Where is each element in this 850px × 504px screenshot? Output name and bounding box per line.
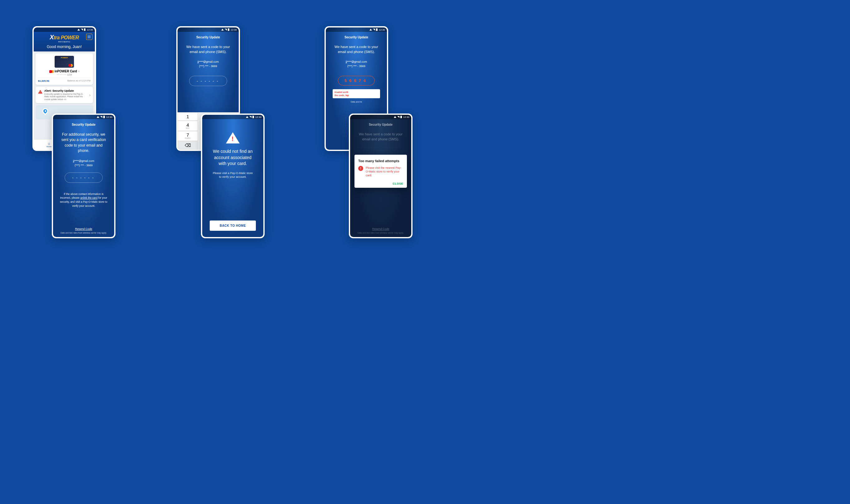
warning-icon [38,90,42,93]
masked-email: jj****@gmail.com [59,159,109,162]
error-sub: Please visit a Pay-O-Matic store to veri… [208,171,258,179]
code-message: We have sent a code to your email and ph… [356,132,406,142]
modal-title: Too many failed attempts [358,159,403,163]
code-input-error[interactable]: 56874 [338,76,375,86]
alert-body: A security update is required for the Pa… [44,93,87,101]
verify-message: For additional security, we sent you a c… [59,132,109,154]
masked-phone: (***) *** - 3669 [183,65,233,68]
key-1[interactable]: 1 [178,112,198,121]
balance-asof: Balance as of 12:24 PM [67,79,90,82]
alert-title: Alert: Security Update [44,89,87,92]
card-image: POWER [55,56,74,68]
inline-error: Invalid verifi the code, tap [333,89,380,98]
map-pin-icon [41,107,49,115]
home-icon: ⌂ [48,142,50,145]
disclaimer: Data and text rates from wireless carrie… [59,232,109,234]
help-text: If the above contact information is inco… [59,192,109,208]
error-icon: ! [358,166,363,171]
status-bar: 12:30 [202,115,263,119]
chevron-right-icon: › [89,93,90,97]
disclaimer: Data and te [331,101,381,103]
error-message: We could not find an account associated … [208,148,258,167]
brand-logo: Xtra POWER [37,34,92,41]
modal-message: Please visit the nearest Pay-O-Matic sto… [366,166,403,177]
card-mask: ···· ····· ····· 1234 [38,74,90,76]
phone-failed-modal: 12:30 Security Update We have sent a cod… [349,113,412,238]
status-bar: 12:30 [350,115,411,119]
code-message: We have sent a code to your email and ph… [183,44,233,55]
masked-phone: (***) *** - 3669 [59,164,109,167]
key-backspace[interactable]: ⌫ [178,141,198,150]
code-input[interactable]: ------ [189,76,228,86]
backspace-icon: ⌫ [185,143,191,148]
screen-title: Security Update [183,36,233,39]
phone-not-found: 12:30 We could not find an account assoc… [201,113,265,238]
brand-sub: PAYOMATIC [37,41,92,43]
code-message: We have sent a code to your email and ph… [331,44,381,55]
key-7[interactable]: 7PQRS [178,131,198,141]
warning-icon [226,132,240,143]
greeting: Good morning, Juan! [37,44,92,49]
masked-email: jj****@gmail.com [331,60,381,63]
status-bar: 12:30 [178,28,239,32]
back-to-home-button[interactable]: BACK TO HOME [210,220,256,231]
resend-link[interactable]: Resend Code [59,227,109,231]
status-bar: 12:30 [34,28,95,32]
card-tile[interactable]: POWER inPOWER Card ···· ····· ····· 1234… [36,53,93,85]
screen-title: Security Update [59,123,109,126]
disclaimer: Data and text rates from wireless carrie… [356,232,406,234]
masked-email: jj****@gmail.com [183,60,233,63]
alert-tile[interactable]: Alert: Security Update A security update… [36,87,93,103]
phone-verify: 12:30 Security Update For additional sec… [52,113,116,238]
failed-attempts-modal: Too many failed attempts ! Please visit … [354,155,407,188]
code-input[interactable]: ------ [65,173,103,183]
key-4[interactable]: 4GHI [178,121,198,131]
masked-phone: (***) *** - 3669 [331,65,381,68]
status-bar: 12:30 [326,28,387,32]
card-name: inPOWER Card [38,70,90,73]
resend-link: Resend Code [356,227,406,231]
status-bar: 12:30 [53,115,114,119]
screen-title: Security Update [331,36,381,39]
barcode-button[interactable] [86,34,92,40]
status-time: 12:30 [87,29,93,31]
screen-title: Security Update [356,123,406,126]
modal-close-button[interactable]: CLOSE [358,182,403,185]
balance-amount: $1,345.56 [38,79,49,82]
mastercard-icon [49,70,54,73]
unlink-card-link[interactable]: unlink the card [80,196,98,199]
